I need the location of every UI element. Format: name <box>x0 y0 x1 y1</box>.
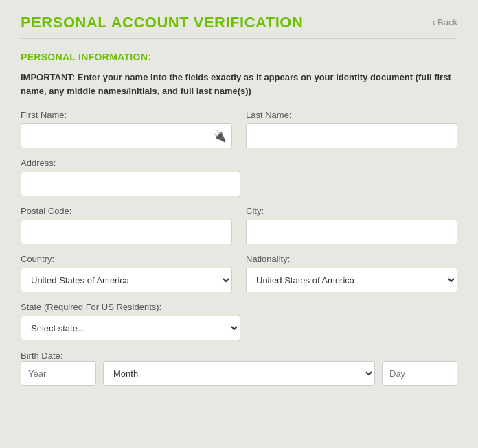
first-name-label: First Name: <box>21 110 232 120</box>
important-notice: IMPORTANT: Enter your name into the fiel… <box>21 71 457 97</box>
state-group: State (Required For US Residents): Selec… <box>21 302 240 340</box>
first-name-group: First Name: 🔌 <box>21 110 232 148</box>
country-select[interactable]: United States of America Canada United K… <box>21 268 232 292</box>
page-header: PERSONAL ACCOUNT VERIFICATION ‹ Back <box>21 14 457 32</box>
nationality-select[interactable]: United States of America Canada United K… <box>246 268 457 292</box>
birth-year-input[interactable] <box>21 361 96 386</box>
last-name-group: Last Name: <box>246 110 457 148</box>
state-row: State (Required For US Residents): Selec… <box>21 302 457 340</box>
nationality-group: Nationality: United States of America Ca… <box>246 254 457 292</box>
address-group: Address: <box>21 158 240 196</box>
city-group: City: <box>246 206 457 244</box>
birth-day-input[interactable] <box>382 361 457 386</box>
birth-date-label: Birth Date: <box>21 351 62 361</box>
page-container: PERSONAL ACCOUNT VERIFICATION ‹ Back PER… <box>0 0 478 448</box>
first-name-input-wrapper: 🔌 <box>21 123 232 148</box>
birth-month-select[interactable]: Month January February March April May J… <box>103 361 375 386</box>
address-row: Address: <box>21 158 457 196</box>
postal-code-input[interactable] <box>21 220 232 244</box>
first-name-input[interactable] <box>21 123 232 148</box>
address-label: Address: <box>21 158 240 168</box>
city-label: City: <box>246 206 457 216</box>
state-label: State (Required For US Residents): <box>21 302 240 312</box>
page-title: PERSONAL ACCOUNT VERIFICATION <box>21 14 303 32</box>
name-row: First Name: 🔌 Last Name: <box>21 110 457 148</box>
header-divider <box>21 38 457 39</box>
back-link[interactable]: ‹ Back <box>432 14 457 27</box>
postal-code-group: Postal Code: <box>21 206 232 244</box>
city-input[interactable] <box>246 220 457 244</box>
birth-date-section: Birth Date: Month January February March… <box>21 350 457 386</box>
section-title: PERSONAL INFORMATION: <box>21 51 457 62</box>
address-input[interactable] <box>21 172 240 196</box>
country-label: Country: <box>21 254 232 264</box>
postal-code-label: Postal Code: <box>21 206 232 216</box>
nationality-label: Nationality: <box>246 254 457 264</box>
country-nationality-row: Country: United States of America Canada… <box>21 254 457 292</box>
country-group: Country: United States of America Canada… <box>21 254 232 292</box>
birth-date-row: Month January February March April May J… <box>21 361 457 386</box>
postal-city-row: Postal Code: City: <box>21 206 457 244</box>
last-name-input[interactable] <box>246 123 457 148</box>
last-name-label: Last Name: <box>246 110 457 120</box>
state-select[interactable]: Select state... Alabama Alaska Arizona C… <box>21 316 240 340</box>
